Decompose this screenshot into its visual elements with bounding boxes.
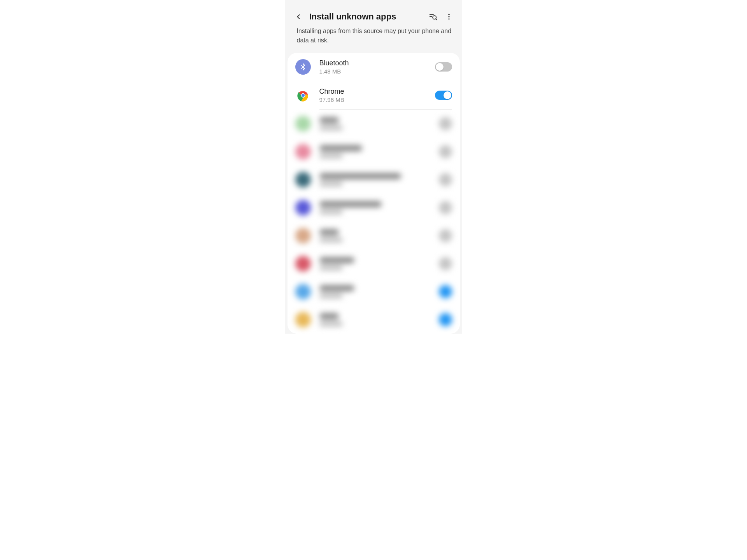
blurred-app-row: [288, 278, 460, 306]
blurred-app-text: [319, 145, 439, 158]
blurred-app-icon: [295, 144, 311, 159]
chrome-icon: [295, 88, 311, 103]
back-button[interactable]: [295, 13, 302, 21]
blurred-app-text: [319, 257, 439, 270]
svg-point-6: [448, 18, 449, 19]
blurred-toggle: [439, 201, 452, 214]
blurred-app-text: [319, 117, 439, 130]
bluetooth-icon: [295, 59, 311, 75]
app-row-chrome[interactable]: Chrome 97.96 MB: [288, 81, 460, 109]
blurred-toggle: [439, 173, 452, 186]
blurred-app-text: [319, 173, 439, 186]
blurred-app-row: [288, 194, 460, 222]
more-options-icon[interactable]: [445, 13, 453, 21]
blurred-toggle: [439, 313, 452, 326]
svg-point-5: [448, 16, 449, 17]
toggle-bluetooth[interactable]: [435, 62, 452, 72]
blurred-app-row: [288, 138, 460, 166]
blurred-toggle: [439, 285, 452, 298]
toggle-chrome[interactable]: [435, 91, 452, 100]
blurred-app-icon: [295, 256, 311, 271]
blurred-toggle: [439, 257, 452, 270]
blurred-app-icon: [295, 312, 311, 327]
blurred-app-text: [319, 201, 439, 214]
app-info: Bluetooth 1.48 MB: [319, 59, 435, 75]
app-size: 97.96 MB: [319, 96, 435, 103]
blurred-app-row: [288, 306, 460, 334]
blurred-app-icon: [295, 200, 311, 215]
blurred-app-row: [288, 166, 460, 194]
app-list-card: Bluetooth 1.48 MB Chr: [288, 53, 460, 334]
svg-line-3: [436, 19, 437, 20]
blurred-app-icon: [295, 172, 311, 187]
svg-point-4: [448, 14, 449, 15]
header: Install unknown apps: [285, 0, 462, 26]
page-title: Install unknown apps: [309, 12, 422, 22]
settings-screen: Install unknown apps Installing apps fro…: [285, 0, 462, 334]
search-icon[interactable]: [429, 12, 437, 21]
app-name: Bluetooth: [319, 59, 435, 67]
blurred-toggle: [439, 117, 452, 130]
app-size: 1.48 MB: [319, 68, 435, 75]
app-info: Chrome 97.96 MB: [319, 88, 435, 103]
app-name: Chrome: [319, 88, 435, 96]
blurred-app-row: [288, 250, 460, 278]
blurred-app-row: [288, 222, 460, 250]
blurred-app-icon: [295, 284, 311, 299]
blurred-app-text: [319, 229, 439, 242]
warning-text: Installing apps from this source may put…: [285, 26, 462, 53]
blurred-app-text: [319, 285, 439, 298]
blurred-toggle: [439, 145, 452, 158]
blurred-app-text: [319, 313, 439, 326]
blurred-app-icon: [295, 116, 311, 131]
app-row-bluetooth[interactable]: Bluetooth 1.48 MB: [288, 53, 460, 81]
blurred-app-row: [288, 110, 460, 138]
blurred-toggle: [439, 229, 452, 242]
blurred-app-icon: [295, 228, 311, 243]
